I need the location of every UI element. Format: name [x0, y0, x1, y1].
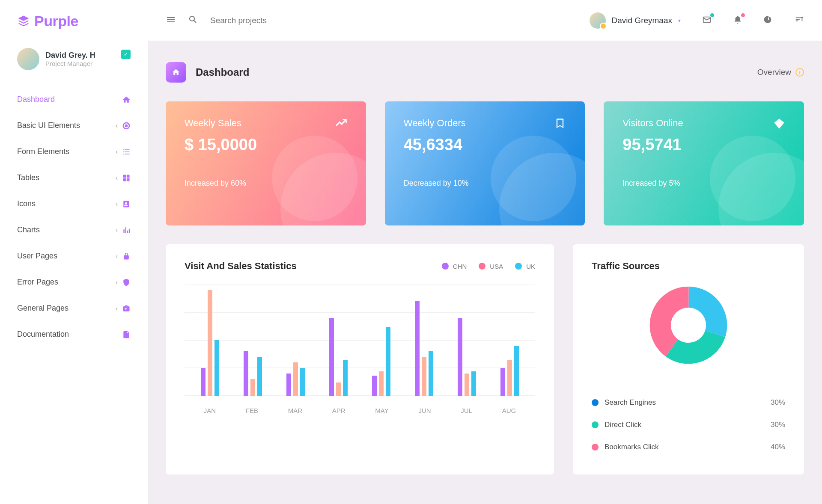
search-icon[interactable] — [188, 15, 198, 27]
chevron-down-icon: ▾ — [678, 18, 681, 24]
sidebar-profile[interactable]: David Grey. H Project Manager ✓ — [0, 40, 148, 78]
layers-icon — [17, 15, 30, 27]
traffic-label: Bookmarks Click — [605, 443, 659, 451]
nav-label: Icons — [17, 199, 36, 208]
traffic-pct: 30% — [771, 421, 785, 429]
legend-item: UK — [515, 263, 535, 270]
brand-logo[interactable]: Purple — [0, 9, 148, 40]
legend-dot — [592, 399, 599, 406]
sidebar: Purple David Grey. H Project Manager ✓ D… — [0, 0, 148, 504]
medkit-icon — [122, 304, 131, 313]
shield-icon — [122, 278, 131, 287]
traffic-item: Search Engines 30% — [592, 391, 785, 414]
traffic-legend: Search Engines 30% Direct Click 30% Book… — [592, 391, 785, 458]
sidebar-item-basic-ui-elements[interactable]: Basic UI Elements ‹ — [0, 113, 148, 139]
sidebar-item-documentation[interactable]: Documentation — [0, 321, 148, 347]
chart-icon — [122, 226, 131, 234]
bar — [208, 290, 212, 396]
bar — [458, 318, 462, 396]
x-label: MAR — [288, 407, 302, 414]
avatar — [17, 48, 39, 70]
search-input[interactable] — [210, 16, 339, 25]
user-menu[interactable]: David Greymaax ▾ — [590, 12, 681, 29]
stat-title: Visitors Online — [622, 118, 785, 129]
bar — [379, 371, 384, 396]
bar — [386, 327, 390, 396]
legend-dot — [479, 263, 485, 270]
nav-label: General Pages — [17, 304, 68, 313]
traffic-sources-card: Traffic Sources Search Engines 30% Direc… — [573, 244, 804, 474]
bar-group — [201, 290, 219, 396]
legend-dot — [592, 421, 599, 428]
bar-group — [244, 351, 262, 396]
bar — [329, 318, 334, 396]
bar — [250, 379, 255, 396]
sidebar-item-user-pages[interactable]: User Pages ‹ — [0, 243, 148, 269]
x-label: JAN — [204, 407, 216, 414]
topbar: David Greymaax ▾ — [148, 0, 822, 41]
bell-icon[interactable] — [733, 15, 742, 26]
x-label: JUL — [461, 407, 472, 414]
legend-dot — [442, 263, 449, 270]
sort-icon[interactable] — [795, 15, 804, 26]
visit-sales-card: Visit And Sales Statistics CHNUSAUK JANF… — [166, 244, 554, 474]
stat-title: Weekly Orders — [404, 118, 566, 129]
traffic-item: Direct Click 30% — [592, 414, 785, 436]
overview-link[interactable]: Overview i — [757, 68, 804, 77]
power-icon[interactable] — [764, 15, 773, 26]
brand-name: Purple — [34, 13, 78, 30]
stat-card-green[interactable]: Visitors Online 95,5741 Increased by 5% — [604, 101, 804, 225]
menu-icon[interactable] — [166, 15, 176, 27]
chevron-left-icon: ‹ — [116, 148, 118, 156]
traffic-pct: 30% — [771, 398, 785, 407]
x-label: JUN — [418, 407, 431, 414]
sidebar-item-dashboard[interactable]: Dashboard — [0, 86, 148, 113]
bar — [465, 374, 469, 396]
nav-label: Dashboard — [17, 95, 55, 104]
nav-label: Error Pages — [17, 278, 58, 287]
bar — [257, 357, 262, 396]
lock-icon — [122, 252, 131, 261]
sidebar-item-icons[interactable]: Icons ‹ — [0, 191, 148, 217]
user-name: David Greymaax — [612, 16, 673, 25]
traffic-item: Bookmarks Click 40% — [592, 436, 785, 458]
bar-chart: JANFEBMARAPRMAYJUNJULAUG — [185, 285, 535, 421]
target-icon — [122, 122, 131, 130]
donut-chart — [592, 272, 785, 387]
bookmark-icon — [554, 118, 566, 131]
bar — [244, 351, 248, 396]
page-content: Dashboard Overview i Weekly Sales $ 15,0… — [148, 41, 822, 504]
bar-group — [372, 327, 390, 396]
bar-group — [500, 346, 519, 396]
stat-card-blue[interactable]: Weekly Orders 45,6334 Decreased by 10% — [385, 101, 585, 225]
chart-legend: CHNUSAUK — [442, 263, 535, 270]
chart-title: Traffic Sources — [592, 261, 785, 272]
sidebar-item-charts[interactable]: Charts ‹ — [0, 217, 148, 243]
x-label: MAY — [375, 407, 388, 414]
bar — [500, 368, 505, 396]
mail-icon[interactable] — [702, 15, 712, 26]
bar — [214, 340, 219, 396]
chevron-left-icon: ‹ — [116, 122, 118, 130]
sidebar-item-general-pages[interactable]: General Pages ‹ — [0, 295, 148, 321]
sidebar-item-tables[interactable]: Tables ‹ — [0, 165, 148, 191]
bar — [336, 382, 341, 396]
home-icon — [166, 62, 186, 83]
bar — [286, 374, 291, 396]
x-label: AUG — [502, 407, 516, 414]
stats-row: Weekly Sales $ 15,0000 Increased by 60% … — [166, 101, 804, 225]
legend-dot — [515, 263, 522, 270]
chart-line-icon — [335, 118, 347, 131]
bar — [429, 351, 433, 396]
legend-dot — [592, 444, 599, 451]
nav-label: Charts — [17, 225, 40, 234]
bar — [415, 301, 420, 396]
sidebar-item-error-pages[interactable]: Error Pages ‹ — [0, 269, 148, 295]
sidebar-item-form-elements[interactable]: Form Elements ‹ — [0, 139, 148, 165]
chart-title: Visit And Sales Statistics — [185, 261, 297, 272]
bar-group — [329, 318, 348, 396]
list-icon — [122, 148, 131, 156]
stat-card-red[interactable]: Weekly Sales $ 15,0000 Increased by 60% — [166, 101, 366, 225]
bar — [507, 360, 512, 396]
chevron-left-icon: ‹ — [116, 305, 118, 312]
